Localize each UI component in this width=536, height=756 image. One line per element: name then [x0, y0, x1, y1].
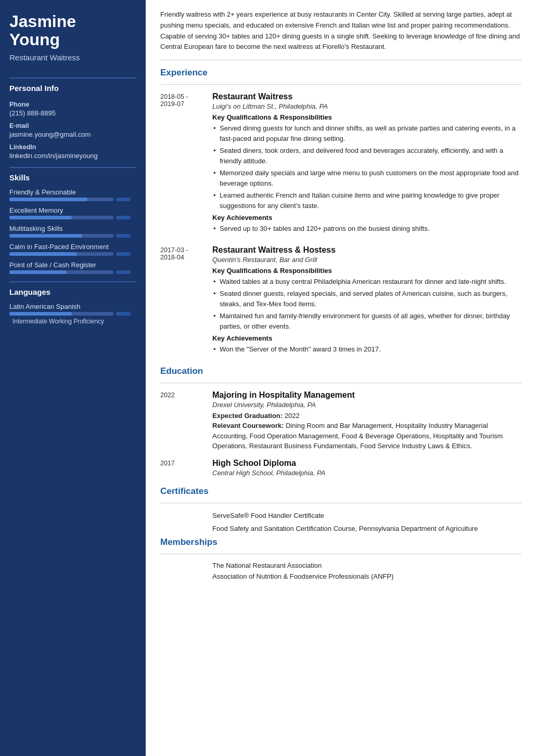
edu-date-2: 2017 — [160, 459, 212, 479]
list-item: Served up to 30+ tables and 120+ patrons… — [212, 224, 521, 234]
skill-item: Calm in Fast-Paced Environment — [9, 243, 136, 256]
skill-label: Multitasking Skills — [9, 225, 136, 232]
list-item: Seated dinner guests, relayed specials, … — [212, 289, 521, 309]
lang-name: Latin American Spanish — [9, 303, 136, 310]
personal-info-section: Personal Info Phone (215) 888-8895 E-mai… — [0, 77, 146, 160]
exp-achieve-list-2: Won the "Server of the Month" award 3 ti… — [212, 344, 521, 355]
edu-content-1: Majoring in Hospitality Management Drexe… — [212, 390, 521, 451]
linkedin-label: LinkedIn — [9, 144, 136, 151]
experience-section-title: Experience — [160, 68, 521, 79]
edu-degree-1: Majoring in Hospitality Management — [212, 390, 521, 400]
skill-item: Point of Sale / Cash Register — [9, 261, 136, 274]
edu-block-2: 2017 High School Diploma Central High Sc… — [160, 459, 521, 479]
list-item: Waited tables at a busy central Philadel… — [212, 277, 521, 287]
experience-block-1: 2018-05 -2019-07 Restaurant Waitress Lui… — [160, 92, 521, 237]
lang-item: Latin American Spanish Intermediate Work… — [9, 303, 136, 325]
lang-level: Intermediate Working Proficiency — [12, 318, 136, 325]
skills-title: Skills — [9, 167, 136, 185]
certificates-block: ServeSafe® Food Handler Certificate Food… — [160, 511, 521, 534]
edu-school-2: Central High School, Philadelphia, PA — [212, 469, 521, 477]
education-section-title: Education — [160, 366, 521, 377]
skill-bar-bg — [9, 198, 113, 201]
linkedin-value: linkedin.com/in/jasmineyoung — [9, 152, 136, 160]
memberships-divider — [160, 554, 521, 554]
education-divider — [160, 383, 521, 383]
cert-item-2: Food Safety and Sanitation Certification… — [212, 524, 521, 534]
skill-bar-accent — [116, 234, 131, 238]
skill-bar-bg — [9, 252, 113, 256]
edu-block-1: 2022 Majoring in Hospitality Management … — [160, 390, 521, 451]
list-item: Learned authentic French and Italian cui… — [212, 190, 521, 211]
skill-bar — [9, 216, 136, 219]
exp-achieve-list-1: Served up to 30+ tables and 120+ patrons… — [212, 224, 521, 234]
sidebar-header: Jasmine Young Restaurant Waitress — [0, 0, 146, 70]
exp-qual-list-1: Served dining guests for lunch and dinne… — [212, 123, 521, 211]
skill-label: Friendly & Personable — [9, 188, 136, 196]
exp-qual-list-2: Waited tables at a busy central Philadel… — [212, 277, 521, 332]
skill-bar — [9, 234, 136, 238]
skill-item: Excellent Memory — [9, 206, 136, 219]
exp-content-2: Restaurant Waitress & Hostess Quentin's … — [212, 245, 521, 358]
lang-bar-bg — [9, 312, 113, 316]
membership-item-2: Association of Nutrition & Foodservice P… — [212, 572, 521, 580]
email-value: jasmine.young@gmail.com — [9, 131, 136, 138]
certificates-divider — [160, 503, 521, 503]
exp-company-2: Quentin's Restaurant, Bar and Grill — [212, 256, 521, 264]
experience-divider — [160, 84, 521, 85]
summary-text: Friendly waitress with 2+ years experien… — [160, 9, 521, 60]
edu-graduation-1: Expected Graduation: 2022 — [212, 411, 521, 421]
membership-item-1: The National Restaurant Association — [212, 562, 521, 569]
skill-item: Friendly & Personable — [9, 188, 136, 201]
exp-date-2: 2017-03 -2018-04 — [160, 245, 212, 358]
personal-info-title: Personal Info — [9, 77, 136, 96]
cert-item-1: ServeSafe® Food Handler Certificate — [212, 511, 521, 521]
list-item: Seated diners, took orders, and delivere… — [212, 146, 521, 166]
list-item: Maintained fun and family-friendly envir… — [212, 311, 521, 331]
languages-section: Languages Latin American Spanish Interme… — [0, 281, 146, 325]
list-item: Served dining guests for lunch and dinne… — [212, 123, 521, 144]
edu-school-1: Drexel University, Philadelphia, PA — [212, 401, 521, 409]
skill-bar — [9, 270, 136, 274]
edu-content-2: High School Diploma Central High School,… — [212, 459, 521, 479]
skill-item: Multitasking Skills — [9, 225, 136, 238]
skill-bar-accent — [116, 252, 131, 256]
lang-bar-accent — [116, 312, 131, 316]
skill-label: Calm in Fast-Paced Environment — [9, 243, 136, 251]
exp-achieve-title-2: Key Achievements — [212, 334, 521, 342]
skills-section: Skills Friendly & Personable Excellent M… — [0, 167, 146, 274]
list-item: Won the "Server of the Month" award 3 ti… — [212, 344, 521, 355]
candidate-title: Restaurant Waitress — [9, 53, 136, 62]
languages-title: Languages — [9, 281, 136, 299]
phone-label: Phone — [9, 101, 136, 108]
edu-coursework-1: Relevant Coursework: Dining Room and Bar… — [212, 421, 521, 451]
candidate-name: Jasmine Young — [9, 12, 136, 49]
lang-bar — [9, 312, 136, 316]
skill-bar — [9, 198, 136, 201]
edu-date-1: 2022 — [160, 390, 212, 451]
memberships-section-title: Memberships — [160, 537, 521, 549]
certificates-section-title: Certificates — [160, 486, 521, 498]
exp-company-1: Luigi's on Littman St., Philadelphia, PA — [212, 102, 521, 110]
exp-role-1: Restaurant Waitress — [212, 92, 521, 101]
exp-date-1: 2018-05 -2019-07 — [160, 92, 212, 237]
edu-degree-2: High School Diploma — [212, 459, 521, 468]
exp-content-1: Restaurant Waitress Luigi's on Littman S… — [212, 92, 521, 237]
exp-qual-title-2: Key Qualifications & Responsibilities — [212, 267, 521, 275]
skill-bar-bg — [9, 216, 113, 219]
skill-bar-accent — [116, 216, 131, 219]
exp-achieve-title-1: Key Achievements — [212, 214, 521, 221]
sidebar: Jasmine Young Restaurant Waitress Person… — [0, 0, 146, 756]
experience-block-2: 2017-03 -2018-04 Restaurant Waitress & H… — [160, 245, 521, 358]
skill-bar — [9, 252, 136, 256]
main-content: Friendly waitress with 2+ years experien… — [146, 0, 536, 756]
memberships-block: The National Restaurant Association Asso… — [160, 562, 521, 580]
phone-value: (215) 888-8895 — [9, 109, 136, 117]
skill-label: Point of Sale / Cash Register — [9, 261, 136, 269]
skill-bar-bg — [9, 234, 113, 238]
exp-qual-title-1: Key Qualifications & Responsibilities — [212, 113, 521, 121]
exp-role-2: Restaurant Waitress & Hostess — [212, 245, 521, 255]
skill-bar-bg — [9, 270, 113, 274]
email-label: E-mail — [9, 122, 136, 129]
list-item: Memorized daily specials and large wine … — [212, 168, 521, 188]
skill-bar-accent — [116, 270, 131, 274]
